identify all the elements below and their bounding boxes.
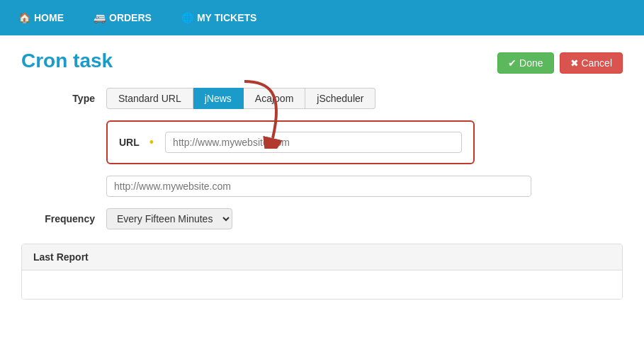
action-buttons: ✔ Done ✖ Cancel xyxy=(497,52,623,74)
type-buttons-group: Standard URL jNews Acajoom jScheduler xyxy=(106,88,375,109)
last-report-body xyxy=(22,270,622,299)
url-input[interactable] xyxy=(165,132,462,153)
home-icon: 🏠 xyxy=(18,12,30,23)
frequency-row: Frequency Every Fifteen Minutes Every Th… xyxy=(21,208,623,229)
type-acajoom[interactable]: Acajoom xyxy=(244,88,305,109)
type-label: Type xyxy=(21,93,106,104)
form-section: Type Standard URL jNews Acajoom jSchedul… xyxy=(21,88,623,300)
cancel-button[interactable]: ✖ Cancel xyxy=(560,52,623,74)
nav-orders-label: ORDERS xyxy=(109,12,152,23)
nav-home[interactable]: 🏠 HOME xyxy=(14,2,68,33)
type-jscheduler[interactable]: jScheduler xyxy=(305,88,375,109)
orders-icon: 🚐 xyxy=(94,12,106,23)
last-report-header: Last Report xyxy=(22,244,622,270)
last-report-section: Last Report xyxy=(21,244,623,300)
type-jnews[interactable]: jNews xyxy=(193,88,244,109)
required-indicator: • xyxy=(149,136,154,149)
header-row: Cron task ✔ Done ✖ Cancel xyxy=(21,50,623,74)
navbar: 🏠 HOME 🚐 ORDERS 🌐 MY TICKETS xyxy=(0,0,644,35)
done-button[interactable]: ✔ Done xyxy=(497,52,553,74)
url-input-wrap xyxy=(165,132,462,153)
type-standard-url[interactable]: Standard URL xyxy=(106,88,193,109)
url-label: URL xyxy=(119,137,140,148)
tickets-icon: 🌐 xyxy=(181,12,193,23)
page-content: Cron task ✔ Done ✖ Cancel Type Standard … xyxy=(0,35,644,314)
frequency-label: Frequency xyxy=(21,213,106,224)
url-highlighted-box: URL • xyxy=(106,120,475,164)
nav-home-label: HOME xyxy=(34,12,64,23)
nav-orders[interactable]: 🚐 ORDERS xyxy=(89,2,156,33)
nav-my-tickets[interactable]: 🌐 MY TICKETS xyxy=(177,2,261,33)
nav-tickets-label: MY TICKETS xyxy=(197,12,257,23)
url-full-input[interactable] xyxy=(106,176,531,197)
type-row: Type Standard URL jNews Acajoom jSchedul… xyxy=(21,88,623,109)
url-full-row xyxy=(106,176,623,197)
frequency-select[interactable]: Every Fifteen Minutes Every Thirty Minut… xyxy=(106,208,232,229)
page-title: Cron task xyxy=(21,50,113,72)
